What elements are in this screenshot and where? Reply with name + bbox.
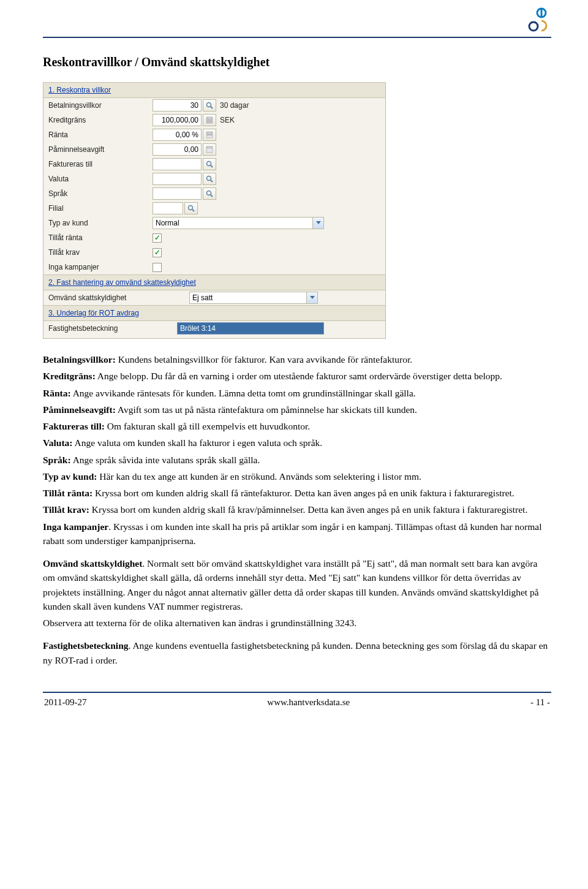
magnifier-icon — [206, 161, 213, 168]
page-title: Reskontravillkor / Omvänd skattskyldighe… — [43, 53, 551, 71]
svg-rect-4 — [207, 118, 212, 119]
term-valuta: Valuta: — [43, 437, 73, 448]
term-betalningsvillkor: Betalningsvillkor: — [43, 354, 116, 365]
term-kreditgrans: Kreditgräns: — [43, 371, 96, 381]
filial-row: Filial — [43, 201, 385, 216]
section-header-1[interactable]: 1. Reskontra villkor — [43, 82, 385, 98]
betalningsvillkor-lookup-button[interactable] — [203, 99, 216, 112]
fastighet-row: Fastighetsbeteckning — [43, 321, 385, 336]
betalningsvillkor-input[interactable] — [153, 99, 202, 112]
svg-line-23 — [211, 195, 213, 197]
svg-rect-8 — [207, 121, 208, 123]
calculator-icon — [206, 116, 213, 124]
term-faktureras-till: Faktureras till: — [43, 421, 105, 431]
calculator-icon — [206, 131, 213, 138]
footer-date: 2011-09-27 — [44, 695, 86, 709]
omvand-dropdown[interactable]: Ej satt — [189, 292, 318, 304]
typavkund-value: Normal — [156, 218, 179, 229]
faktureras-lookup-button[interactable] — [203, 158, 216, 170]
footer-url: www.hantverksdata.se — [267, 695, 350, 709]
calculator-icon — [206, 146, 213, 153]
svg-point-22 — [207, 191, 211, 195]
filial-label: Filial — [48, 203, 153, 214]
faktureras-input[interactable] — [153, 158, 202, 170]
filial-input[interactable] — [153, 202, 183, 214]
kreditgrans-calc-button[interactable] — [203, 114, 216, 126]
tillat-krav-checkbox[interactable] — [153, 248, 162, 257]
tillat-ranta-label: Tillåt ränta — [48, 232, 153, 243]
omvand-value: Ej satt — [192, 292, 213, 303]
typavkund-label: Typ av kund — [48, 218, 153, 229]
inga-kampanjer-row: Inga kampanjer — [43, 260, 385, 274]
magnifier-icon — [187, 205, 195, 212]
svg-rect-13 — [207, 134, 208, 135]
valuta-lookup-button[interactable] — [203, 173, 216, 185]
magnifier-icon — [206, 190, 213, 197]
svg-rect-10 — [211, 121, 212, 123]
ranta-input[interactable] — [153, 129, 202, 141]
svg-rect-7 — [211, 119, 212, 121]
kreditgrans-row: Kreditgräns SEK — [43, 113, 385, 127]
typavkund-row: Typ av kund Normal — [43, 216, 385, 230]
svg-rect-14 — [209, 134, 210, 135]
filial-lookup-button[interactable] — [184, 202, 198, 214]
svg-point-0 — [529, 22, 538, 31]
chevron-down-icon — [306, 292, 317, 303]
svg-rect-15 — [211, 134, 212, 135]
term-ranta: Ränta: — [43, 388, 71, 398]
sprak-row: Språk — [43, 186, 385, 201]
svg-rect-6 — [209, 119, 210, 121]
header-rule — [43, 37, 551, 38]
svg-point-18 — [207, 162, 211, 166]
body-text: Betalningsvillkor: Kundens betalningsvil… — [43, 352, 551, 667]
kreditgrans-label: Kreditgräns — [48, 115, 153, 126]
betalningsvillkor-suffix: 30 dagar — [220, 100, 249, 111]
fastighet-input[interactable] — [177, 322, 324, 335]
svg-line-21 — [211, 180, 213, 182]
term-inga-kampanjer: Inga kampanjer — [43, 521, 108, 532]
sprak-input[interactable] — [153, 187, 202, 200]
term-paminnelseavgift: Påminnelseavgift: — [43, 404, 116, 415]
paminnelse-input[interactable] — [153, 143, 202, 156]
inga-kampanjer-label: Inga kampanjer — [48, 262, 153, 273]
omvand-row: Omvänd skattskyldighet Ej satt — [43, 290, 385, 305]
sprak-lookup-button[interactable] — [203, 187, 216, 200]
tillat-ranta-row: Tillåt ränta — [43, 230, 385, 245]
form-panel: 1. Reskontra villkor Betalningsvillkor 3… — [43, 82, 386, 339]
valuta-label: Valuta — [48, 173, 153, 184]
sprak-label: Språk — [48, 188, 153, 199]
svg-line-19 — [211, 165, 213, 167]
footer-page: - 11 - — [530, 695, 550, 709]
paminnelse-calc-button[interactable] — [203, 143, 216, 156]
section-header-2[interactable]: 2. Fast hantering av omvänd skatteskyldi… — [43, 274, 385, 290]
typavkund-dropdown[interactable]: Normal — [153, 217, 324, 229]
chevron-down-icon — [312, 218, 323, 229]
betalningsvillkor-row: Betalningsvillkor 30 dagar — [43, 98, 385, 113]
svg-rect-5 — [207, 119, 208, 121]
page-header — [43, 0, 551, 37]
svg-marker-26 — [316, 221, 321, 224]
section-header-3[interactable]: 3. Underlag för ROT avdrag — [43, 305, 385, 321]
term-tillat-ranta: Tillåt ränta: — [43, 488, 92, 498]
tillat-ranta-checkbox[interactable] — [153, 233, 162, 243]
svg-point-1 — [207, 103, 211, 107]
term-omvand-skattskyldighet: Omvänd skattskyldighet — [43, 558, 142, 569]
inga-kampanjer-checkbox[interactable] — [153, 263, 162, 272]
ranta-row: Ränta — [43, 127, 385, 142]
term-fastighetsbeteckning: Fastighetsbeteckning — [43, 640, 129, 651]
svg-rect-12 — [207, 132, 212, 134]
faktureras-row: Faktureras till — [43, 157, 385, 172]
kreditgrans-input[interactable] — [153, 114, 202, 126]
valuta-input[interactable] — [153, 173, 202, 185]
term-tillat-krav: Tillåt krav: — [43, 504, 89, 515]
magnifier-icon — [206, 102, 213, 109]
term-sprak: Språk: — [43, 455, 71, 465]
fastighet-label: Fastighetsbeteckning — [48, 323, 177, 334]
ranta-calc-button[interactable] — [203, 129, 216, 141]
tillat-krav-label: Tillåt krav — [48, 247, 153, 258]
svg-line-2 — [211, 107, 213, 108]
svg-rect-9 — [209, 121, 210, 123]
faktureras-label: Faktureras till — [48, 159, 153, 170]
omvand-label: Omvänd skattskyldighet — [48, 292, 189, 303]
valuta-row: Valuta — [43, 172, 385, 186]
